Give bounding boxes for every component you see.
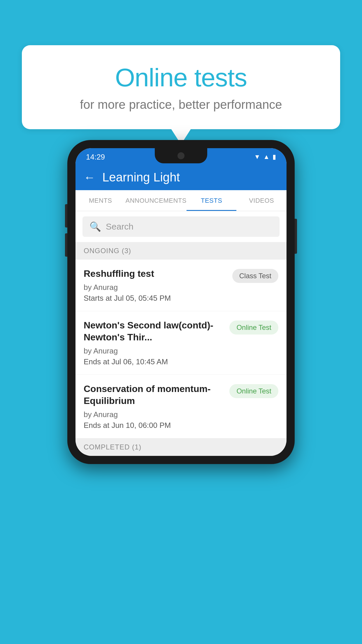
test-name: Newton's Second law(contd)-Newton's Thir… bbox=[84, 319, 224, 344]
test-item-info: Reshuffling test by Anurag Starts at Jul… bbox=[84, 268, 232, 303]
test-author: by Anurag bbox=[84, 410, 224, 419]
signal-icon: ▲ bbox=[263, 153, 270, 161]
phone-container: 14:29 ▼ ▲ ▮ ← Learning Light MENTS ANNOU… bbox=[67, 140, 295, 464]
front-camera bbox=[178, 152, 184, 159]
test-time: Starts at Jul 05, 05:45 PM bbox=[84, 294, 226, 303]
wifi-icon: ▼ bbox=[254, 153, 260, 161]
test-item-info: Conservation of momentum-Equilibrium by … bbox=[84, 383, 229, 430]
test-name: Reshuffling test bbox=[84, 268, 226, 280]
test-item[interactable]: Newton's Second law(contd)-Newton's Thir… bbox=[75, 311, 287, 375]
bubble-subtitle: for more practice, better performance bbox=[45, 98, 317, 112]
tab-videos[interactable]: VIDEOS bbox=[236, 190, 287, 211]
test-item[interactable]: Conservation of momentum-Equilibrium by … bbox=[75, 375, 287, 438]
completed-section-title: COMPLETED (1) bbox=[84, 443, 141, 451]
status-icons: ▼ ▲ ▮ bbox=[254, 153, 276, 161]
completed-section-header: COMPLETED (1) bbox=[75, 438, 287, 456]
power-button[interactable] bbox=[295, 219, 297, 254]
test-badge-class: Class Test bbox=[232, 269, 278, 283]
test-badge-online: Online Test bbox=[229, 321, 278, 335]
tab-announcements[interactable]: ANNOUNCEMENTS bbox=[126, 190, 187, 211]
test-time: Ends at Jun 10, 06:00 PM bbox=[84, 421, 224, 430]
search-icon: 🔍 bbox=[89, 221, 101, 232]
back-button[interactable]: ← bbox=[84, 171, 95, 184]
test-time: Ends at Jul 06, 10:45 AM bbox=[84, 357, 224, 366]
tab-assignments[interactable]: MENTS bbox=[75, 190, 126, 211]
speech-bubble: Online tests for more practice, better p… bbox=[22, 45, 340, 129]
test-item-info: Newton's Second law(contd)-Newton's Thir… bbox=[84, 319, 229, 366]
speech-bubble-container: Online tests for more practice, better p… bbox=[22, 45, 340, 129]
tab-tests[interactable]: TESTS bbox=[187, 190, 237, 211]
battery-icon: ▮ bbox=[273, 153, 276, 161]
test-name: Conservation of momentum-Equilibrium bbox=[84, 383, 224, 407]
app-title: Learning Light bbox=[102, 170, 180, 184]
ongoing-section-title: ONGOING (3) bbox=[84, 247, 131, 255]
phone-screen: 14:29 ▼ ▲ ▮ ← Learning Light MENTS ANNOU… bbox=[75, 148, 287, 456]
app-header: ← Learning Light bbox=[75, 164, 287, 190]
test-list: Reshuffling test by Anurag Starts at Jul… bbox=[75, 260, 287, 438]
ongoing-section-header: ONGOING (3) bbox=[75, 242, 287, 260]
volume-down-button[interactable] bbox=[65, 233, 67, 257]
phone-notch bbox=[155, 148, 207, 163]
tabs-container: MENTS ANNOUNCEMENTS TESTS VIDEOS bbox=[75, 190, 287, 211]
volume-up-button[interactable] bbox=[65, 204, 67, 228]
phone-frame: 14:29 ▼ ▲ ▮ ← Learning Light MENTS ANNOU… bbox=[67, 140, 295, 464]
status-time: 14:29 bbox=[86, 153, 105, 162]
test-item[interactable]: Reshuffling test by Anurag Starts at Jul… bbox=[75, 260, 287, 311]
test-badge-online: Online Test bbox=[229, 384, 278, 398]
test-author: by Anurag bbox=[84, 283, 226, 292]
test-author: by Anurag bbox=[84, 346, 224, 356]
search-placeholder: Search bbox=[106, 222, 133, 232]
bubble-title: Online tests bbox=[45, 63, 317, 92]
search-input[interactable]: 🔍 Search bbox=[82, 216, 280, 237]
search-container: 🔍 Search bbox=[75, 211, 287, 242]
